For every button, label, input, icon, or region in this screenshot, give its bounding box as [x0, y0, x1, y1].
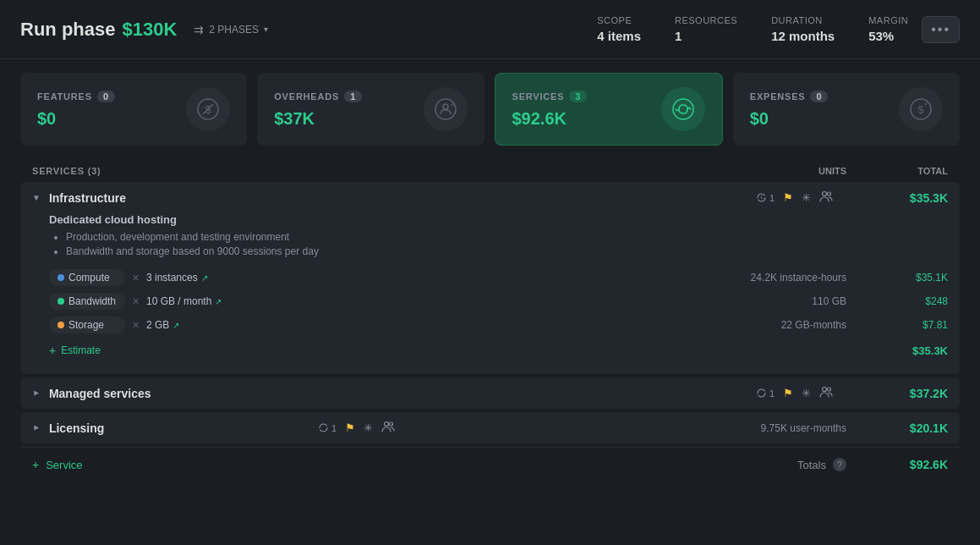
chevron-down-icon: ▾: [264, 25, 268, 34]
expenses-card[interactable]: EXPENSES 0 $0 $: [733, 73, 960, 146]
features-card[interactable]: FEATURES 0 $0 $: [20, 73, 247, 146]
bandwidth-total: $248: [846, 295, 948, 307]
stat-margin: MARGIN 53%: [868, 15, 908, 43]
overheads-badge: 1: [344, 91, 362, 102]
svg-point-11: [828, 192, 831, 195]
managed-services-group: ▼ Managed services 1 ⚑ ✳ $37.2K: [20, 377, 960, 409]
managed-services-expand-icon[interactable]: ▼: [31, 389, 41, 398]
people-icon: [819, 190, 833, 205]
header-stats: SCOPE 4 items RESOURCES 1 DURATION 12 mo…: [597, 15, 908, 43]
licensing-header[interactable]: ▼ Licensing 1 ⚑ ✳ 9.75K user-months $20.…: [20, 412, 960, 443]
licensing-people-icon: [381, 421, 395, 435]
licensing-total: $20.1K: [846, 421, 948, 435]
footer-totals: Totals ?: [797, 458, 846, 471]
units-column-header: UNITS: [677, 166, 846, 176]
services-section-title: SERVICES (3): [32, 166, 101, 176]
storage-value: 2 GB ↗: [146, 319, 179, 331]
expenses-icon: $: [899, 87, 943, 131]
duration-label: DURATION: [771, 15, 835, 25]
total-column-header: TOTAL: [846, 166, 948, 176]
storage-resource-row: Storage ✕ 2 GB ↗ 22 GB-months $7.81: [49, 313, 948, 337]
help-icon[interactable]: ?: [833, 458, 846, 471]
managed-services-header[interactable]: ▼ Managed services 1 ⚑ ✳ $37.2K: [20, 377, 960, 409]
expenses-card-left: EXPENSES 0 $0: [750, 91, 829, 129]
infrastructure-body: Dedicated cloud hosting Production, deve…: [20, 213, 960, 374]
table-header: SERVICES (3) UNITS TOTAL: [20, 159, 960, 182]
services-amount: $92.6K: [512, 109, 588, 129]
phases-badge[interactable]: ⇉ 2 PHASES ▾: [194, 23, 268, 36]
bandwidth-dot: [57, 298, 64, 305]
services-icon: [661, 87, 705, 131]
overheads-card[interactable]: OVERHEADS 1 $37K +: [257, 73, 484, 146]
page-header: Run phase $130K ⇉ 2 PHASES ▾ SCOPE 4 ite…: [0, 0, 980, 59]
margin-value: 53%: [868, 29, 908, 43]
services-card[interactable]: SERVICES 3 $92.6K: [495, 73, 723, 146]
overheads-title: OVERHEADS 1: [274, 91, 362, 102]
managed-people-icon: [819, 386, 833, 400]
bandwidth-value: 10 GB / month ↗: [146, 295, 222, 307]
storage-total: $7.81: [846, 319, 948, 331]
estimate-plus-icon: +: [49, 344, 56, 357]
scope-label: SCOPE: [597, 15, 641, 25]
svg-line-8: [925, 103, 927, 105]
compute-total: $35.1K: [846, 272, 948, 284]
multiply-icon-2: ✕: [132, 296, 140, 307]
multiply-icon-3: ✕: [132, 320, 140, 331]
features-amount: $0: [37, 109, 115, 129]
star-icon: ✳: [802, 191, 811, 204]
infrastructure-group-header[interactable]: ▼ Infrastructure 1 1 ⚑ ✳ $35.3K: [20, 182, 960, 213]
compute-tag[interactable]: Compute: [49, 269, 125, 286]
add-service-icon: +: [32, 458, 39, 471]
features-icon: $: [186, 87, 230, 131]
bandwidth-units: 110 GB: [677, 295, 846, 307]
estimate-total: $35.3K: [846, 344, 948, 357]
phases-icon: ⇉: [194, 23, 204, 36]
expenses-amount: $0: [750, 109, 829, 129]
estimate-label[interactable]: Estimate: [61, 344, 846, 356]
managed-services-total: $37.2K: [846, 387, 948, 400]
services-section: SERVICES (3) UNITS TOTAL ▼ Infrastructur…: [0, 159, 980, 482]
infrastructure-expand-icon[interactable]: ▼: [32, 193, 41, 202]
compute-resource-row: Compute ✕ 3 instances ↗ 24.2K instance-h…: [49, 266, 948, 289]
features-title: FEATURES 0: [37, 91, 115, 102]
phases-label: 2 PHASES: [209, 24, 259, 36]
svg-point-3: [443, 104, 448, 109]
expenses-title: EXPENSES 0: [750, 91, 829, 102]
page-title: Run phase: [20, 19, 115, 41]
compute-dot: [57, 274, 64, 281]
licensing-expand-icon[interactable]: ▼: [31, 424, 41, 432]
licensing-star-icon: ✳: [364, 421, 373, 434]
managed-services-name: Managed services: [49, 387, 756, 400]
resources-label: RESOURCES: [675, 15, 737, 25]
storage-units: 22 GB-months: [677, 319, 846, 331]
header-amount: $130K: [122, 19, 177, 41]
services-title: SERVICES 3: [512, 91, 588, 102]
estimate-row: + Estimate $35.3K: [49, 337, 948, 357]
svg-text:1: 1: [760, 195, 764, 200]
arrow-icon-2: ↗: [215, 297, 222, 306]
bandwidth-tag[interactable]: Bandwidth: [49, 293, 125, 310]
more-button[interactable]: •••: [922, 16, 960, 43]
managed-version-icon: 1: [756, 388, 775, 399]
infrastructure-group: ▼ Infrastructure 1 1 ⚑ ✳ $35.3K Dedicate…: [20, 182, 960, 374]
overheads-icon: +: [424, 87, 468, 131]
flag-icon: ⚑: [783, 191, 793, 204]
storage-tag[interactable]: Storage: [49, 317, 125, 333]
features-badge: 0: [97, 91, 115, 102]
add-service-label[interactable]: Service: [46, 459, 797, 471]
footer-row: + Service Totals ? $92.6K: [20, 447, 960, 482]
licensing-units: 9.75K user-months: [677, 422, 846, 434]
expenses-badge: 0: [810, 91, 828, 102]
overheads-card-left: OVERHEADS 1 $37K: [274, 91, 362, 129]
svg-text:$: $: [917, 103, 924, 116]
managed-flag-icon: ⚑: [783, 387, 793, 399]
multiply-icon: ✕: [132, 272, 140, 284]
managed-star-icon: ✳: [802, 387, 811, 399]
totals-label: Totals: [797, 459, 826, 471]
stat-scope: SCOPE 4 items: [597, 15, 641, 43]
licensing-version-icon: 1: [318, 422, 337, 433]
licensing-icons: 1 ⚑ ✳: [318, 421, 395, 435]
svg-point-10: [823, 192, 827, 196]
dedicated-cloud-hosting-item: Dedicated cloud hosting Production, deve…: [49, 213, 948, 357]
bullet-2: Bandwidth and storage based on 9000 sess…: [66, 245, 948, 257]
